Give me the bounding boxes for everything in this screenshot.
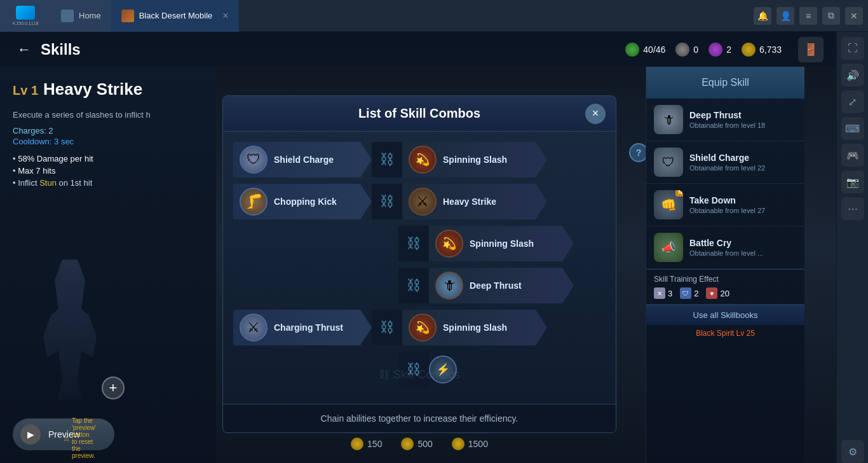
back-icon: ← — [17, 41, 31, 58]
skill-list-item-2[interactable]: N Take Down Obtainable from level 27 — [646, 184, 804, 226]
combo-skill-1-name: Chopping Kick — [274, 197, 337, 207]
combo-result-2-name: Spinning Slash — [443, 322, 507, 333]
home-tab-icon — [61, 10, 74, 22]
energy-resource: 40/46 — [625, 43, 665, 57]
combo-row-2: Charging Thrust ⛓ Spinning Slash — [233, 310, 606, 345]
tab-game[interactable]: Black Desert Mobile × — [111, 0, 239, 32]
game-area: ← Skills 40/46 0 2 6,733 🚪 Lv — [0, 32, 836, 463]
black-spirit-label: Black Spirit Lv 25 — [696, 329, 755, 338]
preview-warning-text: Tap the 'preview' button to reset the pr… — [72, 417, 96, 459]
equip-skill-button[interactable]: Equip Skill — [646, 67, 804, 99]
sub-result-arrow-0 — [562, 226, 574, 261]
combo-skill-0-name: Shield Charge — [274, 155, 334, 165]
coin-icon-2 — [452, 438, 465, 450]
combo-skill-1: Chopping Kick — [233, 184, 360, 219]
skill-cooldown: Cooldown: 3 sec — [13, 137, 203, 146]
bell-icon[interactable]: 🔔 — [754, 7, 771, 25]
fullscreen-btn[interactable]: ⛶ — [841, 37, 864, 60]
more-btn[interactable]: ⋯ — [841, 197, 864, 220]
heart-icon: ♥ — [706, 287, 717, 299]
combo-sub-result-1-name: Deep Thrust — [470, 280, 522, 291]
cost-value-1: 500 — [417, 439, 432, 449]
tab-game-label: Black Desert Mobile — [139, 11, 213, 20]
settings-btn[interactable]: ⚙ — [841, 440, 864, 463]
tab-close-icon[interactable]: × — [222, 10, 228, 22]
stun-text: Stun — [39, 178, 57, 188]
x-icon: ✕ — [654, 287, 665, 299]
menu-icon[interactable]: ≡ — [799, 7, 817, 25]
combo-sub-row-0: ⛓ Spinning Slash — [233, 226, 606, 261]
header-resources: 40/46 0 2 6,733 🚪 — [625, 37, 824, 62]
training-x-resource: ✕ 3 — [654, 287, 672, 299]
cost-value-0: 150 — [367, 439, 382, 449]
purple-icon — [709, 43, 722, 57]
page-title: Skills — [41, 41, 81, 59]
game-header: ← Skills 40/46 0 2 6,733 🚪 — [0, 32, 836, 67]
skill-list-item-3[interactable]: Battle Cry Obtainable from level ... — [646, 226, 804, 269]
expand-btn[interactable]: ⤢ — [841, 90, 864, 113]
logout-button[interactable]: 🚪 — [798, 37, 824, 62]
gamepad-btn[interactable]: 🎮 — [841, 144, 864, 167]
combo-sub-link-1: ⛓ — [398, 268, 429, 303]
energy-icon — [625, 43, 639, 57]
add-skill-button[interactable]: + — [102, 377, 125, 399]
chain-icon-0: ⛓ — [380, 151, 394, 168]
skill-combos-watermark: ⛓ Skill Combos — [379, 368, 460, 382]
heavy-strike-icon — [409, 188, 437, 216]
shield-charge-icon — [240, 146, 268, 174]
combo-result-0: Spinning Slash — [402, 142, 536, 177]
combo-result-0-name: Spinning Slash — [443, 155, 507, 165]
combo-sub-result-1: Deep Thrust — [429, 268, 562, 303]
skill-combos-modal: List of Skill Combos × Shield Charge ⛓ S… — [222, 95, 616, 433]
tab-home-label: Home — [79, 11, 101, 20]
spinning-slash-icon-2 — [409, 314, 437, 342]
preview-play-icon: ▶ — [20, 424, 41, 445]
skill-list-name-2: Take Down — [689, 195, 797, 205]
volume-btn[interactable]: 🔊 — [841, 64, 864, 86]
training-heart-resource: ♥ 20 — [706, 287, 729, 299]
combo-result-2: Spinning Slash — [402, 310, 536, 345]
combo-arrow-1 — [360, 184, 372, 219]
combo-result-1: Heavy Strike — [402, 184, 536, 219]
cost-bar: 150 500 1500 — [216, 431, 623, 457]
combo-link-0: ⛓ — [372, 142, 402, 177]
camera-btn[interactable]: 📷 — [841, 170, 864, 193]
skill-list-level-0: Obtainable from level 18 — [689, 121, 797, 129]
cost-value-2: 1500 — [468, 439, 488, 449]
combo-sub-row-1: ⛓ Deep Thrust — [233, 268, 606, 303]
skill-list-item-0[interactable]: Deep Thrust Obtainable from level 18 — [646, 99, 804, 141]
takedown-list-icon: N — [654, 190, 683, 219]
gold-icon — [742, 43, 756, 57]
energy-value: 40/46 — [643, 45, 665, 55]
cost-item-1: 500 — [401, 438, 432, 450]
keyboard-btn[interactable]: ⌨ — [841, 117, 864, 140]
skill-list-level-3: Obtainable from level ... — [689, 249, 797, 257]
window-controls: 🔔 👤 ≡ ⧉ ✕ — [754, 7, 868, 25]
skill-stat-0: • 58% Damage per hit — [13, 154, 203, 163]
spinning-slash-icon-0 — [409, 146, 437, 174]
result-arrow-0 — [536, 142, 547, 177]
window-icon[interactable]: ⧉ — [822, 7, 840, 25]
new-badge: N — [675, 190, 684, 197]
cost-item-0: 150 — [351, 438, 382, 450]
battlecry-list-icon — [654, 233, 683, 262]
skill-description: Execute a series of slashes to inflict h — [13, 109, 203, 121]
use-skillbooks-button[interactable]: Use all Skillbooks — [646, 305, 804, 325]
coin-icon-1 — [401, 438, 414, 450]
sub-result-arrow-1 — [562, 268, 574, 303]
close-icon: × — [592, 107, 599, 120]
skill-level: Lv 1 — [13, 83, 38, 98]
skill-list-item-1[interactable]: Shield Charge Obtainable from level 22 — [646, 141, 804, 184]
skill-training-title: Skill Training Effect — [654, 275, 797, 284]
close-icon[interactable]: ✕ — [845, 7, 863, 25]
user-icon[interactable]: 👤 — [776, 7, 794, 25]
modal-close-button[interactable]: × — [585, 104, 606, 124]
tab-home[interactable]: Home — [51, 0, 111, 32]
skill-stat-0-text: 58% Damage per hit — [18, 154, 93, 163]
chain-icon-sub-0: ⛓ — [407, 235, 421, 252]
back-button[interactable]: ← — [13, 38, 36, 61]
stone-resource: 0 — [675, 43, 698, 57]
deep-thrust-icon-sub — [435, 272, 463, 300]
charging-thrust-icon — [240, 314, 268, 342]
modal-footer: Chain abilities together to increase the… — [223, 404, 616, 432]
